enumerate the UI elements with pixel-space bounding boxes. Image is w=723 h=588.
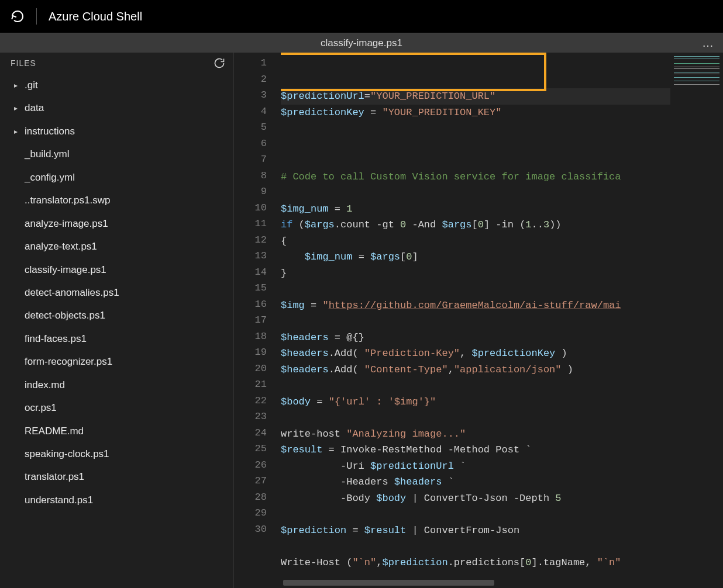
folder-item[interactable]: .git: [0, 74, 233, 96]
code-line[interactable]: if ($args.count -gt 0 -And $args[0] -in …: [281, 217, 670, 233]
header-divider: [36, 8, 37, 25]
window-header: Azure Cloud Shell: [0, 0, 723, 33]
code-content[interactable]: $predictionUrl="YOUR_PREDICTION_URL"$pre…: [281, 53, 670, 588]
line-number: 6: [234, 136, 281, 152]
line-number: 16: [234, 296, 281, 313]
code-line[interactable]: [281, 538, 670, 555]
file-item[interactable]: speaking-clock.ps1: [0, 442, 233, 465]
more-menu-icon[interactable]: …: [702, 36, 715, 50]
code-line[interactable]: write-host "Analyzing image...": [281, 426, 670, 442]
code-line[interactable]: # Code to call Custom Vision service for…: [281, 169, 670, 185]
file-item[interactable]: _build.yml: [0, 143, 233, 165]
code-line[interactable]: }: [281, 265, 670, 282]
file-item[interactable]: detect-anomalies.ps1: [0, 281, 233, 304]
line-number: 23: [234, 409, 281, 425]
code-line[interactable]: [281, 120, 670, 137]
refresh-icon[interactable]: [11, 9, 25, 23]
code-line[interactable]: [281, 185, 670, 201]
scrollbar-thumb[interactable]: [283, 580, 494, 586]
code-line[interactable]: [281, 410, 670, 426]
code-line[interactable]: [281, 281, 670, 298]
code-line[interactable]: -Body $body | ConvertTo-Json -Depth 5: [281, 490, 670, 507]
code-line[interactable]: $img_num = $args[0]: [281, 249, 670, 265]
code-line[interactable]: [281, 137, 670, 153]
code-line[interactable]: $headers = @{}: [281, 330, 670, 346]
line-number: 14: [234, 264, 281, 281]
line-number: 4: [234, 103, 281, 120]
line-number: 30: [234, 521, 281, 538]
files-heading: FILES: [11, 58, 36, 68]
file-item[interactable]: analyze-image.ps1: [0, 212, 233, 235]
file-item[interactable]: classify-image.ps1: [0, 258, 233, 281]
line-number: 21: [234, 376, 281, 393]
code-line[interactable]: [281, 506, 670, 523]
line-number: 5: [234, 119, 281, 136]
code-line[interactable]: $body = "{'url' : '$img'}": [281, 394, 670, 410]
folder-item[interactable]: instructions: [0, 120, 233, 143]
line-number: 19: [234, 344, 281, 361]
main-area: FILES .gitdatainstructions_build.yml_con…: [0, 53, 723, 588]
code-line[interactable]: $img = "https://github.com/GraemeMalcolm…: [281, 298, 670, 314]
line-number: 18: [234, 328, 281, 345]
file-item[interactable]: index.md: [0, 373, 233, 396]
reload-icon[interactable]: [214, 57, 225, 69]
file-item[interactable]: ..translator.ps1.swp: [0, 189, 233, 212]
line-number-gutter: 1234567891011121314151617181920212223242…: [234, 53, 281, 588]
annotation-highlight-box: [281, 53, 546, 91]
line-number: 24: [234, 425, 281, 441]
line-number: 10: [234, 200, 281, 216]
code-line[interactable]: $img_num = 1: [281, 201, 670, 217]
line-number: 22: [234, 393, 281, 409]
code-line[interactable]: [281, 378, 670, 394]
code-line[interactable]: $predictionUrl="YOUR_PREDICTION_URL": [281, 88, 670, 105]
line-number: 11: [234, 216, 281, 232]
horizontal-scrollbar[interactable]: [283, 579, 667, 587]
code-line[interactable]: $prediction = $result | ConvertFrom-Json: [281, 523, 670, 539]
line-number: 25: [234, 441, 281, 457]
tab-bar: classify-image.ps1 …: [0, 33, 723, 53]
line-number: 29: [234, 505, 281, 521]
code-line[interactable]: $result = Invoke-RestMethod -Method Post…: [281, 442, 670, 458]
file-item[interactable]: detect-objects.ps1: [0, 304, 233, 327]
line-number: 1: [234, 55, 281, 71]
line-number: 13: [234, 248, 281, 264]
line-number: 8: [234, 168, 281, 184]
code-line[interactable]: -Headers $headers `: [281, 474, 670, 490]
code-line[interactable]: [281, 313, 670, 330]
line-number: 3: [234, 87, 281, 103]
line-number: 9: [234, 184, 281, 200]
file-item[interactable]: understand.ps1: [0, 489, 233, 511]
folder-item[interactable]: data: [0, 96, 233, 119]
file-tree[interactable]: .gitdatainstructions_build.yml_config.ym…: [0, 74, 233, 588]
file-item[interactable]: ocr.ps1: [0, 396, 233, 419]
minimap[interactable]: [670, 53, 723, 588]
code-editor[interactable]: 1234567891011121314151617181920212223242…: [234, 53, 723, 588]
file-item[interactable]: find-faces.ps1: [0, 327, 233, 350]
file-item[interactable]: _config.yml: [0, 166, 233, 189]
code-line[interactable]: $headers.Add( "Content-Type","applicatio…: [281, 362, 670, 378]
tab-filename[interactable]: classify-image.ps1: [321, 37, 402, 49]
file-item[interactable]: analyze-text.ps1: [0, 235, 233, 258]
line-number: 2: [234, 71, 281, 88]
line-number: 28: [234, 489, 281, 506]
code-line[interactable]: -Uri $predictionUrl `: [281, 458, 670, 475]
file-explorer-header: FILES: [0, 53, 233, 74]
file-item[interactable]: README.md: [0, 420, 233, 442]
code-line[interactable]: [281, 153, 670, 169]
line-number: 17: [234, 312, 281, 328]
code-line[interactable]: Write-Host ("`n",$prediction.predictions…: [281, 555, 670, 571]
line-number: 12: [234, 232, 281, 248]
code-line[interactable]: {: [281, 233, 670, 250]
code-line[interactable]: $predictionKey = "YOUR_PREDITION_KEY": [281, 105, 670, 121]
line-number: 15: [234, 280, 281, 296]
file-item[interactable]: form-recognizer.ps1: [0, 350, 233, 373]
code-line[interactable]: $headers.Add( "Prediction-Key", $predict…: [281, 345, 670, 362]
line-number: 20: [234, 361, 281, 377]
file-explorer: FILES .gitdatainstructions_build.yml_con…: [0, 53, 234, 588]
line-number: 7: [234, 151, 281, 168]
app-title: Azure Cloud Shell: [49, 10, 142, 23]
line-number: 27: [234, 473, 281, 489]
file-item[interactable]: translator.ps1: [0, 465, 233, 488]
line-number: 26: [234, 457, 281, 473]
